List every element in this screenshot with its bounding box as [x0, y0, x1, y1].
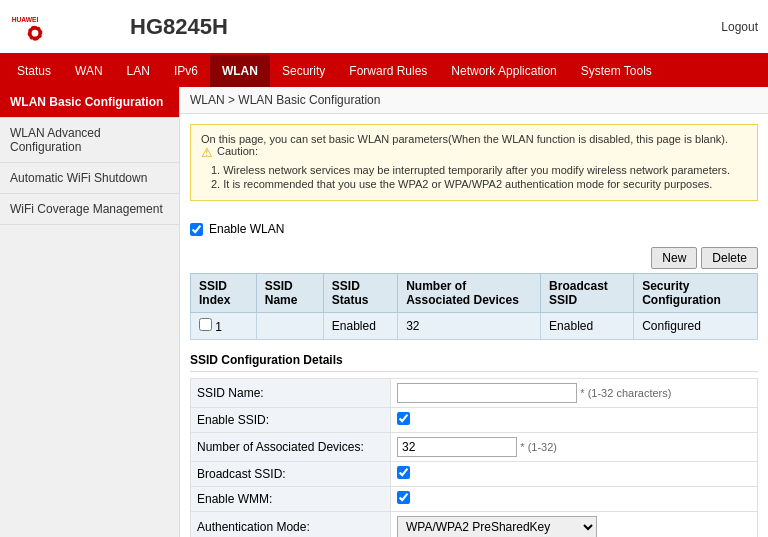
label-associated-devices: Number of Associated Devices: — [191, 433, 391, 462]
field-enable-wmm: Enable WMM: — [191, 487, 758, 512]
new-button[interactable]: New — [651, 247, 697, 269]
col-associated: Number of Associated Devices — [398, 274, 541, 313]
label-broadcast-ssid: Broadcast SSID: — [191, 462, 391, 487]
notice-text: On this page, you can set basic WLAN par… — [201, 133, 747, 145]
model-title: HG8245H — [110, 14, 721, 40]
nav-status[interactable]: Status — [5, 55, 63, 87]
field-broadcast-ssid: Broadcast SSID: — [191, 462, 758, 487]
label-ssid-name: SSID Name: — [191, 379, 391, 408]
select-auth-mode[interactable]: WPA/WPA2 PreSharedKey WPA2 PreSharedKey … — [397, 516, 597, 537]
form-area: Enable WLAN New Delete SSID Index SSID N… — [180, 211, 768, 537]
label-enable-ssid: Enable SSID: — [191, 408, 391, 433]
nav-ipv6[interactable]: IPv6 — [162, 55, 210, 87]
nav-security[interactable]: Security — [270, 55, 337, 87]
svg-point-6 — [32, 30, 39, 37]
cell-status: Enabled — [323, 313, 397, 340]
sidebar-item-wlan-advanced[interactable]: WLAN Advanced Configuration — [0, 118, 179, 163]
content-wrapper: WLAN Basic Configuration WLAN Advanced C… — [0, 87, 768, 537]
nav-system-tools[interactable]: System Tools — [569, 55, 664, 87]
label-enable-wmm: Enable WMM: — [191, 487, 391, 512]
sidebar-item-wlan-basic[interactable]: WLAN Basic Configuration — [0, 87, 179, 118]
cell-security: Configured — [634, 313, 758, 340]
field-enable-ssid: Enable SSID: — [191, 408, 758, 433]
cell-index: 1 — [191, 313, 257, 340]
cell-associated: 32 — [398, 313, 541, 340]
cell-broadcast: Enabled — [541, 313, 634, 340]
btn-row: New Delete — [190, 247, 758, 269]
ssid-table-wrapper: New Delete SSID Index SSID Name SSID Sta… — [190, 247, 758, 340]
config-section-title: SSID Configuration Details — [190, 345, 758, 372]
notice-box: On this page, you can set basic WLAN par… — [190, 124, 758, 201]
header: HUAWEI HG8245H Logout — [0, 0, 768, 55]
huawei-logo: HUAWEI — [10, 9, 60, 44]
main-content: WLAN > WLAN Basic Configuration On this … — [180, 87, 768, 537]
table-row[interactable]: 1 Enabled 32 Enabled Configured — [191, 313, 758, 340]
input-ssid-name[interactable] — [397, 383, 577, 403]
col-security-config: Security Configuration — [634, 274, 758, 313]
nav-forward-rules[interactable]: Forward Rules — [337, 55, 439, 87]
breadcrumb: WLAN > WLAN Basic Configuration — [180, 87, 768, 114]
hint-ssid-name: * (1-32 characters) — [580, 387, 671, 399]
svg-text:HUAWEI: HUAWEI — [12, 16, 39, 23]
label-auth-mode: Authentication Mode: — [191, 512, 391, 538]
input-associated-devices[interactable] — [397, 437, 517, 457]
nav-wlan[interactable]: WLAN — [210, 55, 270, 87]
main-nav: Status WAN LAN IPv6 WLAN Security Forwar… — [0, 55, 768, 87]
delete-button[interactable]: Delete — [701, 247, 758, 269]
field-auth-mode: Authentication Mode: WPA/WPA2 PreSharedK… — [191, 512, 758, 538]
field-associated-devices: Number of Associated Devices: * (1-32) — [191, 433, 758, 462]
logout-button[interactable]: Logout — [721, 20, 758, 34]
notice-item-1: 1. Wireless network services may be inte… — [211, 164, 747, 176]
sidebar-item-auto-shutdown[interactable]: Automatic WiFi Shutdown — [0, 163, 179, 194]
sidebar-item-wifi-coverage[interactable]: WiFi Coverage Management — [0, 194, 179, 225]
checkbox-broadcast-ssid[interactable] — [397, 466, 410, 479]
field-ssid-name: SSID Name: * (1-32 characters) — [191, 379, 758, 408]
caution-label: Caution: — [217, 145, 258, 157]
nav-lan[interactable]: LAN — [115, 55, 162, 87]
nav-wan[interactable]: WAN — [63, 55, 115, 87]
nav-network-app[interactable]: Network Application — [439, 55, 568, 87]
enable-wlan-checkbox[interactable] — [190, 223, 203, 236]
cell-name — [256, 313, 323, 340]
config-table: SSID Name: * (1-32 characters) Enable SS… — [190, 378, 758, 537]
col-broadcast: Broadcast SSID — [541, 274, 634, 313]
notice-caution: ⚠ Caution: — [201, 145, 747, 160]
col-ssid-name: SSID Name — [256, 274, 323, 313]
logo-area: HUAWEI — [10, 9, 110, 44]
hint-associated: * (1-32) — [520, 441, 557, 453]
enable-wlan-row: Enable WLAN — [190, 216, 758, 242]
checkbox-enable-ssid[interactable] — [397, 412, 410, 425]
ssid-table: SSID Index SSID Name SSID Status Number … — [190, 273, 758, 340]
notice-item-2: 2. It is recommended that you use the WP… — [211, 178, 747, 190]
row-checkbox[interactable] — [199, 318, 212, 331]
caution-icon: ⚠ — [201, 145, 213, 160]
notice-list: 1. Wireless network services may be inte… — [201, 164, 747, 190]
enable-wlan-label: Enable WLAN — [209, 222, 284, 236]
col-ssid-index: SSID Index — [191, 274, 257, 313]
checkbox-enable-wmm[interactable] — [397, 491, 410, 504]
col-ssid-status: SSID Status — [323, 274, 397, 313]
sidebar: WLAN Basic Configuration WLAN Advanced C… — [0, 87, 180, 537]
